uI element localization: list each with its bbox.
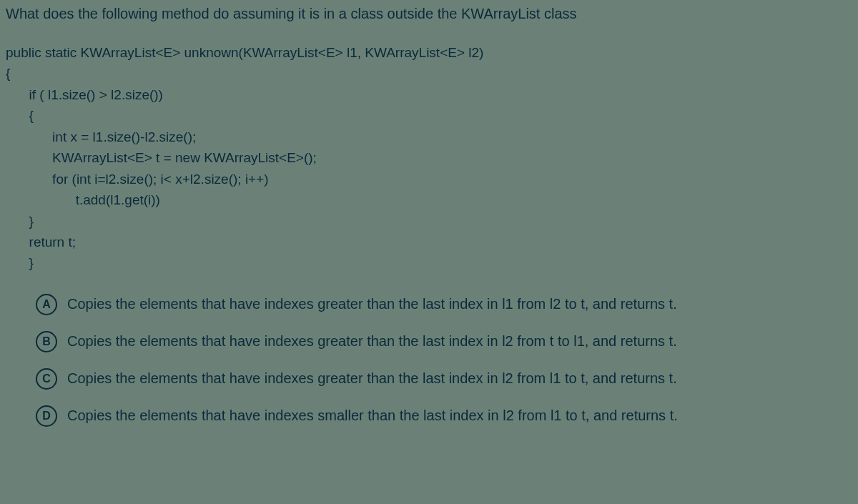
option-b[interactable]: B Copies the elements that have indexes … <box>36 331 852 352</box>
option-text: Copies the elements that have indexes sm… <box>67 407 678 424</box>
option-letter-icon: D <box>36 405 57 427</box>
option-text: Copies the elements that have indexes gr… <box>67 333 677 350</box>
code-line: public static KWArrayList<E> unknown(KWA… <box>6 42 852 63</box>
code-block: public static KWArrayList<E> unknown(KWA… <box>6 42 852 274</box>
code-line: return t; <box>6 232 852 252</box>
option-d[interactable]: D Copies the elements that have indexes … <box>36 405 852 427</box>
code-line: } <box>6 211 852 232</box>
options-list: A Copies the elements that have indexes … <box>6 294 852 427</box>
option-c[interactable]: C Copies the elements that have indexes … <box>36 368 852 390</box>
code-line: { <box>6 63 852 84</box>
code-line: KWArrayList<E> t = new KWArrayList<E>(); <box>6 147 852 168</box>
code-line: for (int i=l2.size(); i< x+l2.size(); i+… <box>6 169 852 189</box>
code-line: } <box>6 252 852 273</box>
option-letter-icon: C <box>36 368 57 390</box>
code-line: int x = l1.size()-l2.size(); <box>6 127 852 147</box>
option-text: Copies the elements that have indexes gr… <box>67 370 677 387</box>
option-letter-icon: B <box>36 331 57 352</box>
question-prompt: What does the following method do assumi… <box>6 6 852 22</box>
option-letter-icon: A <box>36 294 57 315</box>
code-line: if ( l1.size() > l2.size()) <box>6 84 852 105</box>
code-line: { <box>6 105 852 126</box>
option-a[interactable]: A Copies the elements that have indexes … <box>36 294 852 315</box>
code-line: t.add(l1.get(i)) <box>6 189 852 210</box>
option-text: Copies the elements that have indexes gr… <box>67 296 677 312</box>
